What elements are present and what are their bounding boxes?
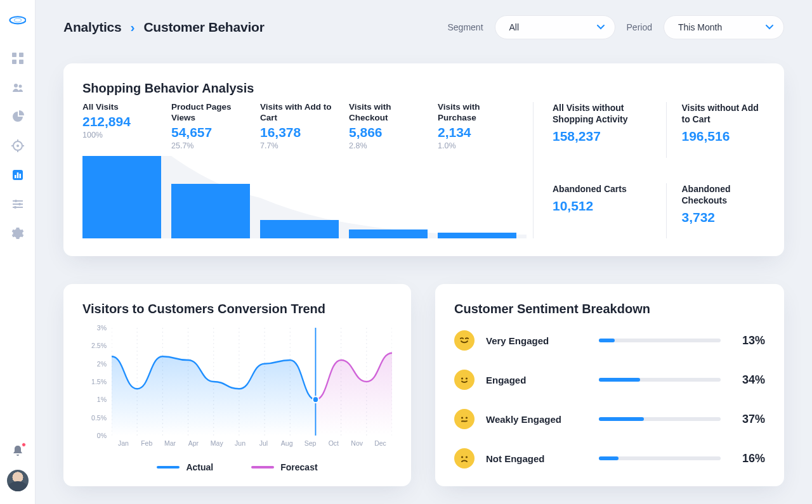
step-value: 212,894 bbox=[82, 114, 164, 129]
funnel-step: Visits with Add to Cart16,3787.7% bbox=[260, 102, 349, 238]
legend-actual: Actual bbox=[157, 462, 213, 472]
nav-targets[interactable] bbox=[11, 139, 24, 152]
card-title: Visitors to Customers Conversion Trend bbox=[82, 302, 392, 316]
chart-legend: Actual Forecast bbox=[82, 462, 392, 472]
funnel-bar bbox=[260, 220, 339, 238]
funnel-bar bbox=[438, 233, 516, 238]
step-name: Visits with Add to Cart bbox=[260, 102, 341, 124]
step-name: Product Pages Views bbox=[171, 102, 252, 124]
x-tick: Apr bbox=[181, 439, 205, 447]
period-label: Period bbox=[627, 22, 652, 32]
segment-dropdown[interactable]: All bbox=[495, 15, 615, 39]
face-meh-icon bbox=[454, 409, 475, 429]
metric-value: 3,732 bbox=[682, 210, 766, 225]
step-pct: 7.7% bbox=[260, 141, 341, 150]
step-pct: 25.7% bbox=[171, 141, 252, 150]
sentiment-label: Engaged bbox=[486, 375, 587, 385]
notifications-button[interactable] bbox=[11, 444, 24, 457]
notification-dot-icon bbox=[22, 443, 26, 447]
svg-point-38 bbox=[461, 377, 463, 379]
svg-point-40 bbox=[461, 417, 463, 418]
sentiment-row: Not Engaged16% bbox=[454, 448, 765, 468]
nav-analytics[interactable] bbox=[11, 169, 24, 181]
metric-name: All Visits without Shopping Activity bbox=[553, 102, 652, 125]
side-metric: Abandoned Checkouts3,732 bbox=[666, 183, 766, 239]
x-tick: Aug bbox=[275, 439, 299, 447]
svg-rect-3 bbox=[19, 53, 23, 57]
card-title: Shopping Behavior Analysis bbox=[82, 81, 765, 96]
step-pct: 1.0% bbox=[438, 141, 519, 150]
card-customer-sentiment: Customer Sentiment Breakdown Very Engage… bbox=[435, 284, 784, 486]
svg-point-21 bbox=[15, 200, 17, 202]
sentiment-row: Engaged34% bbox=[454, 370, 765, 390]
funnel-chart: All Visits212,894100%Product Pages Views… bbox=[82, 102, 527, 238]
y-tick: 1.5% bbox=[82, 378, 107, 385]
svg-rect-15 bbox=[15, 175, 16, 178]
x-tick: Sep bbox=[299, 439, 322, 447]
face-sad-icon bbox=[454, 448, 475, 468]
svg-rect-16 bbox=[16, 172, 18, 178]
swatch-icon bbox=[157, 466, 180, 468]
breadcrumb-root[interactable]: Analytics bbox=[63, 20, 122, 35]
segment-label: Segment bbox=[447, 22, 483, 32]
face-very-icon bbox=[454, 330, 475, 351]
svg-point-43 bbox=[466, 456, 468, 458]
step-name: Visits with Purchase bbox=[438, 102, 519, 124]
sentiment-bar bbox=[599, 378, 721, 382]
y-tick: 2.5% bbox=[82, 342, 107, 349]
side-metric: Visits without Add to Cart196,516 bbox=[666, 102, 766, 158]
legend-forecast: Forecast bbox=[251, 462, 317, 472]
svg-point-9 bbox=[16, 145, 19, 147]
x-tick: Jul bbox=[252, 439, 275, 447]
y-tick: 0.5% bbox=[82, 414, 107, 422]
step-name: All Visits bbox=[82, 102, 164, 113]
svg-point-41 bbox=[466, 417, 468, 418]
step-name: Visits with Checkout bbox=[349, 102, 430, 124]
sentiment-bar bbox=[599, 417, 721, 421]
metric-name: Abandoned Carts bbox=[553, 183, 652, 195]
step-value: 5,866 bbox=[349, 125, 430, 140]
svg-rect-5 bbox=[19, 60, 23, 64]
svg-point-7 bbox=[18, 85, 22, 88]
svg-point-23 bbox=[14, 206, 16, 209]
swatch-icon bbox=[251, 466, 274, 468]
svg-point-39 bbox=[466, 377, 468, 379]
sentiment-label: Weakly Engaged bbox=[486, 414, 587, 425]
x-tick: Jun bbox=[228, 439, 252, 447]
svg-point-6 bbox=[14, 84, 18, 87]
svg-point-22 bbox=[18, 203, 21, 205]
nav-dashboard[interactable] bbox=[11, 52, 24, 65]
step-value: 16,378 bbox=[260, 125, 341, 140]
nav-customers[interactable] bbox=[11, 81, 24, 94]
step-pct: 100% bbox=[82, 131, 164, 139]
nav-list bbox=[11, 52, 24, 240]
nav-filters[interactable] bbox=[11, 198, 24, 210]
svg-rect-2 bbox=[12, 53, 16, 57]
face-happy-icon bbox=[454, 370, 475, 390]
page-header: Analytics › Customer Behavior Segment Al… bbox=[63, 15, 784, 39]
user-avatar[interactable] bbox=[7, 470, 29, 491]
period-dropdown[interactable]: This Month bbox=[664, 15, 784, 39]
sentiment-label: Not Engaged bbox=[486, 453, 587, 464]
card-conversion-trend: Visitors to Customers Conversion Trend 0… bbox=[63, 284, 411, 486]
svg-point-37 bbox=[313, 396, 318, 403]
svg-point-42 bbox=[461, 456, 463, 458]
sentiment-bar bbox=[599, 456, 721, 460]
y-tick: 0% bbox=[82, 432, 107, 439]
sentiment-list: Very Engaged13%Engaged34%Weakly Engaged3… bbox=[454, 330, 765, 468]
y-tick: 2% bbox=[82, 360, 107, 368]
funnel-step: All Visits212,894100% bbox=[82, 102, 171, 238]
app-logo bbox=[9, 14, 27, 27]
svg-rect-4 bbox=[12, 60, 16, 64]
nav-settings[interactable] bbox=[11, 227, 24, 240]
funnel-bar bbox=[349, 229, 428, 238]
x-tick: Jan bbox=[112, 439, 135, 447]
funnel-bar bbox=[82, 156, 161, 238]
nav-reports[interactable] bbox=[11, 110, 24, 123]
x-tick: May bbox=[205, 439, 228, 447]
y-tick: 1% bbox=[82, 396, 107, 403]
period-value: This Month bbox=[678, 22, 722, 32]
funnel-step: Product Pages Views54,65725.7% bbox=[171, 102, 260, 238]
chart-y-axis: 0%0.5%1%1.5%2%2.5%3% bbox=[82, 328, 107, 436]
side-metric: All Visits without Shopping Activity158,… bbox=[553, 102, 652, 158]
